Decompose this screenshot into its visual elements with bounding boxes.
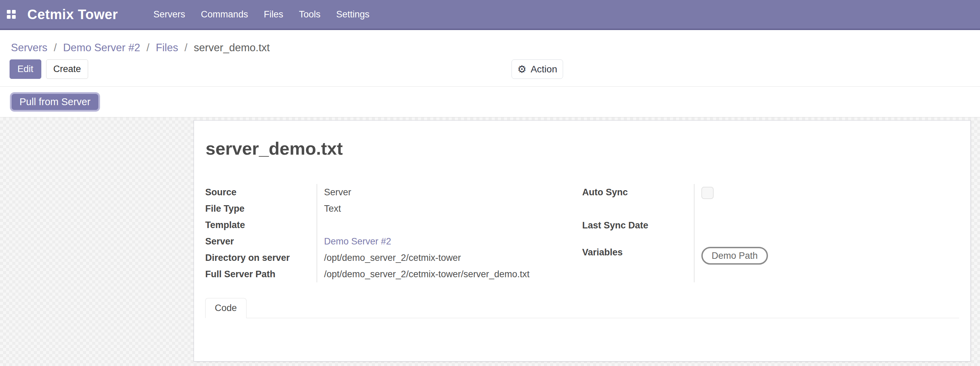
field-row-variables: Variables Demo Path <box>582 244 959 282</box>
nav-menu: Servers Commands Files Tools Settings <box>153 9 369 20</box>
field-row-auto-sync: Auto Sync <box>582 184 959 217</box>
nav-item-tools[interactable]: Tools <box>299 9 320 20</box>
create-button[interactable]: Create <box>46 59 88 79</box>
action-button[interactable]: ⚙ Action <box>512 59 563 79</box>
field-group-right: Auto Sync Last Sync Date Variables Demo … <box>582 184 959 282</box>
apps-grid-square <box>7 10 11 14</box>
apps-grid-square <box>12 15 16 19</box>
tab-header: Code <box>205 298 959 318</box>
field-label-full-server-path: Full Server Path <box>205 266 317 282</box>
auto-sync-checkbox[interactable] <box>702 187 714 199</box>
nav-item-settings[interactable]: Settings <box>336 9 369 20</box>
field-value-auto-sync <box>694 184 959 217</box>
breadcrumb-separator: / <box>146 41 150 54</box>
notebook: Code <box>205 298 959 349</box>
field-row-template: Template <box>205 217 582 233</box>
tab-code[interactable]: Code <box>205 298 247 318</box>
field-value-server: Demo Server #2 <box>317 233 582 250</box>
apps-grid-square <box>7 15 11 19</box>
action-button-label: Action <box>531 64 557 75</box>
field-label-file-type: File Type <box>205 201 317 217</box>
field-row-file-type: File Type Text <box>205 201 582 217</box>
app-window: Cetmix Tower Servers Commands Files Tool… <box>0 0 980 366</box>
field-value-source: Server <box>317 184 582 201</box>
top-navbar: Cetmix Tower Servers Commands Files Tool… <box>0 0 980 30</box>
field-row-directory: Directory on server /opt/demo_server_2/c… <box>205 250 582 266</box>
nav-item-commands[interactable]: Commands <box>201 9 248 20</box>
field-row-server: Server Demo Server #2 <box>205 233 582 250</box>
breadcrumb-separator: / <box>185 41 188 54</box>
field-label-server: Server <box>205 233 317 250</box>
field-label-auto-sync: Auto Sync <box>582 184 694 217</box>
breadcrumb-current: server_demo.txt <box>194 41 270 54</box>
field-group-left: Source Server File Type Text Template Se… <box>205 184 582 282</box>
field-label-template: Template <box>205 217 317 233</box>
form-sheet: server_demo.txt Source Server File Type … <box>194 120 971 361</box>
field-value-template <box>317 217 582 233</box>
nav-item-files[interactable]: Files <box>264 9 283 20</box>
field-label-variables: Variables <box>582 244 694 282</box>
nav-item-servers[interactable]: Servers <box>153 9 185 20</box>
edit-button[interactable]: Edit <box>10 59 41 79</box>
breadcrumb-separator: / <box>54 41 57 54</box>
field-row-full-server-path: Full Server Path /opt/demo_server_2/cetm… <box>205 266 582 282</box>
field-value-last-sync-date <box>694 217 959 244</box>
breadcrumb-link-files[interactable]: Files <box>156 41 178 54</box>
pull-from-server-button[interactable]: Pull from Server <box>12 94 98 110</box>
field-value-file-type: Text <box>317 201 582 217</box>
field-row-source: Source Server <box>205 184 582 201</box>
button-row: Edit Create ⚙ Action <box>10 59 969 79</box>
field-label-source: Source <box>205 184 317 201</box>
statusbar: Pull from Server <box>0 87 980 118</box>
brand-title: Cetmix Tower <box>27 7 118 22</box>
variable-tag-demo-path: Demo Path <box>702 247 768 264</box>
field-value-directory: /opt/demo_server_2/cetmix-tower <box>317 250 582 266</box>
server-record-link[interactable]: Demo Server #2 <box>324 236 391 247</box>
field-label-last-sync-date: Last Sync Date <box>582 217 694 244</box>
apps-grid-square <box>12 10 16 14</box>
form-background: server_demo.txt Source Server File Type … <box>0 118 980 366</box>
record-title: server_demo.txt <box>205 138 959 159</box>
breadcrumb-link-servers[interactable]: Servers <box>11 41 48 54</box>
field-row-last-sync-date: Last Sync Date <box>582 217 959 244</box>
breadcrumb-link-demo-server-2[interactable]: Demo Server #2 <box>63 41 140 54</box>
field-value-variables: Demo Path <box>694 244 959 282</box>
gear-icon: ⚙ <box>517 64 527 75</box>
apps-grid-icon[interactable] <box>7 10 16 19</box>
field-value-full-server-path: /opt/demo_server_2/cetmix-tower/server_d… <box>317 266 582 282</box>
control-panel: Servers / Demo Server #2 / Files / serve… <box>0 30 980 87</box>
tab-code-content <box>205 318 959 349</box>
field-groups: Source Server File Type Text Template Se… <box>205 184 959 282</box>
breadcrumb: Servers / Demo Server #2 / Files / serve… <box>11 40 969 55</box>
field-label-directory: Directory on server <box>205 250 317 266</box>
